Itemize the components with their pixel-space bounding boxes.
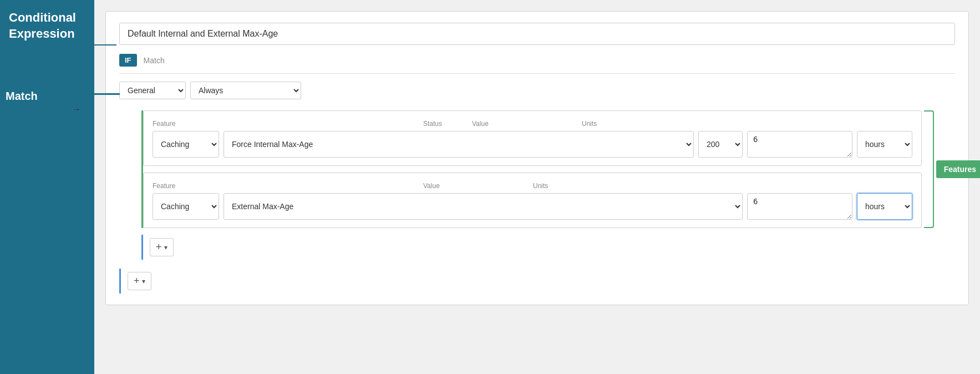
add-main-button[interactable]: + ▾ (128, 272, 151, 290)
feature1-category-select[interactable]: Caching (153, 131, 219, 158)
feature-block-2: Feature Value Units Cac (143, 173, 922, 228)
rule-card: IF Match General Always (105, 11, 969, 305)
match-category-select[interactable]: General (119, 82, 186, 99)
rule-title-bar (119, 23, 955, 45)
feature2-label-value: Value (423, 181, 529, 190)
feature1-status-select[interactable]: 200 (698, 131, 743, 158)
green-bracket-right (924, 110, 934, 228)
feature1-label-feature: Feature (153, 119, 419, 128)
sidebar: Conditional Expression Match → (0, 0, 94, 374)
rule-title-input[interactable] (119, 23, 955, 45)
feature1-units-select[interactable]: hours minutes seconds days (857, 131, 912, 158)
add-main-row: + ▾ (119, 269, 955, 294)
match-label: Match (6, 90, 38, 103)
feature1-label-units: Units (582, 119, 637, 128)
features-section: Feature Status Value Units (141, 110, 955, 260)
feature1-name-select[interactable]: Force Internal Max-Age (224, 131, 694, 158)
add-feature-button[interactable]: + ▾ (150, 238, 174, 256)
feature2-value-textarea[interactable] (747, 193, 852, 220)
feature2-units-select[interactable]: hours minutes seconds days (857, 193, 912, 220)
feature2-label-units: Units (533, 181, 588, 190)
if-divider (119, 73, 955, 74)
feature1-label-value: Value (472, 119, 577, 128)
features-bracket-container: Feature Status Value Units (141, 110, 922, 228)
match-text: Match (144, 56, 165, 65)
feature1-labels-row: Feature Status Value Units (153, 119, 912, 128)
match-condition-select[interactable]: Always (190, 82, 301, 99)
match-arrow: → (72, 104, 81, 114)
feature2-label-feature: Feature (153, 181, 419, 190)
feature1-label-status: Status (423, 119, 468, 128)
sidebar-title: Conditional Expression (0, 0, 94, 48)
feature1-value-textarea[interactable] (747, 131, 852, 158)
if-badge: IF (119, 54, 137, 67)
match-selects-row: General Always (119, 82, 955, 99)
feature2-inputs-row: Caching External Max-Age hours minutes s… (153, 193, 912, 220)
feature2-category-select[interactable]: Caching (153, 193, 219, 220)
feature2-labels-row: Feature Value Units (153, 181, 912, 190)
add-feature-row: + ▾ (141, 235, 922, 260)
if-match-row: IF Match (119, 54, 955, 67)
main-content: IF Match General Always (94, 0, 980, 374)
feature2-name-select[interactable]: External Max-Age (224, 193, 743, 220)
features-tab: Features (936, 160, 980, 178)
feature1-inputs-row: Caching Force Internal Max-Age 200 hours (153, 131, 912, 158)
feature-block-1: Feature Status Value Units (143, 110, 922, 166)
